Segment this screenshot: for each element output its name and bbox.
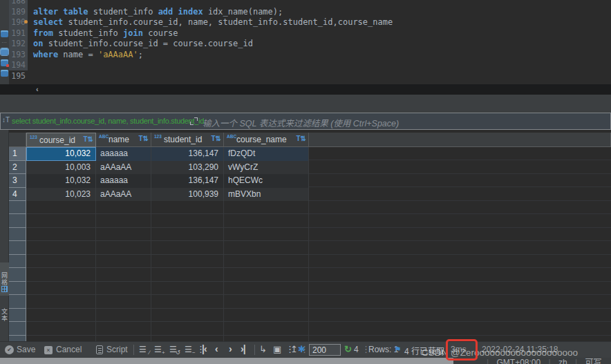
expand-icon[interactable] [190,117,198,125]
line-number: 190 [9,17,26,28]
cell-course-id[interactable]: 10,032 [26,147,96,161]
settings-gear-icon[interactable]: ✱ [298,344,306,354]
add-row-button[interactable]: ☰+ [154,345,162,354]
sort-icon[interactable]: T⇅ [84,135,94,143]
script-button[interactable]: Script [106,345,128,354]
scrollbar-thumb[interactable] [0,358,453,364]
code-line-189[interactable]: alter table student_info add index idx_n… [33,7,283,18]
result-filter-input[interactable]: ↕T select student_info.course_id, name, … [0,113,611,130]
grid-column-line [151,201,151,341]
table-row: 10,032 aaaaaa 136,147 fDzQDt [26,147,309,161]
cell-student-id[interactable]: 103,290 [151,161,224,175]
csdn-watermark: CSDN @Zeroooooooooooooooooooo [422,347,578,358]
result-view-sidebar: 网格 文本 记录 [0,130,9,341]
page-size-input[interactable] [309,344,341,356]
save-button[interactable]: Save [17,345,35,354]
writable-label: 可写 [585,358,601,364]
edit-row-button[interactable]: ☰∕ [139,345,147,354]
view-tab-grid-label: 网格 [1,272,8,286]
cell-name[interactable]: aAAaAA [96,161,151,175]
datasource-icon[interactable] [1,48,8,55]
filter-query-text: select student_info.course_id, name, stu… [12,117,204,125]
row-number[interactable]: 1 [9,147,26,161]
view-tab-grid[interactable]: 网格 [0,262,9,296]
column-label: student_id [164,135,202,144]
cancel-button[interactable]: Cancel [56,345,82,354]
editor-horizontal-scrollbar[interactable]: ‹ [0,84,611,95]
column-label: name [109,135,129,144]
line-number: 189 [9,7,26,18]
code-line-192[interactable]: on student_info.course_id = course.cours… [33,39,253,50]
line-number: 193 [9,50,26,61]
line-number: 195 [9,71,26,82]
header-corner-cell[interactable] [9,133,26,147]
result-tab-bar: student_info(+) 1 × 输出 [0,95,611,113]
cell-course-id[interactable]: 10,032 [26,174,96,188]
sort-icon[interactable]: T⇅ [297,135,307,142]
column-header-course-name[interactable]: ABC course_name T⇅ [224,133,309,147]
cell-student-id[interactable]: 100,939 [151,188,224,202]
grid-column-line [223,201,224,341]
next-page-button[interactable]: › [229,343,232,354]
code-line-191[interactable]: from student_info join course [33,28,178,39]
separator [133,345,134,355]
goto-row-button[interactable]: ↳ [259,344,267,354]
sql-editor[interactable]: … 188 189 190 191 192 193 194 195 alter … [0,0,611,84]
paging-icon: ⚑ [394,345,402,354]
previous-page-button[interactable]: ‹ [215,343,218,354]
cell-course-id[interactable]: 10,003 [26,161,96,175]
cell-course-name[interactable]: mBVXbn [224,188,309,202]
filter-row-icon: ↕T [2,116,10,124]
code-line-193[interactable]: where name = 'aAAaAA'; [33,50,143,61]
separator: | [575,358,577,364]
cell-course-name[interactable]: fDzQDt [224,147,309,161]
cell-course-id[interactable]: 10,023 [26,188,96,202]
cell-name[interactable]: aAAaAA [96,188,151,202]
row-number[interactable]: 4 [9,188,26,202]
datasource-error-icon[interactable] [1,59,8,66]
last-page-button[interactable]: ›| [241,343,245,354]
grid-column-line [95,201,96,341]
column-header-course-id[interactable]: 123 course_id T⇅ [26,133,96,147]
code-line-190[interactable]: select student_info.course_id, name, stu… [33,17,393,28]
row-number[interactable]: 2 [9,161,26,175]
column-label: course_name [236,135,287,144]
compare-button[interactable]: ▣ [273,344,281,354]
cell-name[interactable]: aaaaaa [96,174,151,188]
text-type-icon: ABC [99,134,109,139]
cell-course-name[interactable]: hQECWc [224,174,309,188]
cancel-icon: × [44,346,53,354]
table-row: 10,023 aAAaAA 100,939 mBVXbn [26,188,309,202]
row-number-gutter-empty [9,201,26,346]
delete-row-button[interactable]: ☰− [185,345,192,354]
datasource-icon-2[interactable] [1,70,8,77]
line-number: 194 [9,60,26,71]
empty-grid-rows [26,201,309,341]
export-button[interactable]: ↥ [290,344,298,354]
row-number[interactable]: 3 [9,174,26,188]
column-header-student-id[interactable]: 123 student_id T⇅ [151,133,224,147]
red-highlight-annotation [446,339,478,361]
text-type-icon: ABC [227,134,236,139]
sort-icon[interactable]: T⇅ [139,135,149,142]
column-header-name[interactable]: ABC name T⇅ [96,133,151,147]
first-page-button[interactable]: |‹ [202,343,207,354]
cell-student-id[interactable]: 136,147 [151,147,224,161]
sort-icon[interactable]: T⇅ [212,135,222,142]
separator: | [549,358,551,364]
cell-name[interactable]: aaaaaa [96,147,151,161]
view-tab-text-label: 文本 [1,308,8,322]
grid-column-line [308,201,309,341]
view-tab-text[interactable]: 文本 [0,300,9,330]
cell-course-name[interactable]: vWyCrZ [224,161,309,175]
filter-placeholder: 输入一个 SQL 表达式来过滤结果 (使用 Ctrl+Space) [203,116,399,129]
refresh-icon[interactable]: ↻ [344,344,352,354]
table-row: 10,032 aaaaaa 136,147 hQECWc [26,174,309,188]
execution-marker-dot [24,20,28,23]
database-icon[interactable] [1,30,8,37]
cell-student-id[interactable]: 136,147 [151,174,224,188]
more-dots-icon: … [1,38,8,44]
empty-grid-rows [309,147,611,341]
revert-row-button[interactable]: ☰↺ [169,345,177,354]
column-label: course_id [39,135,75,145]
